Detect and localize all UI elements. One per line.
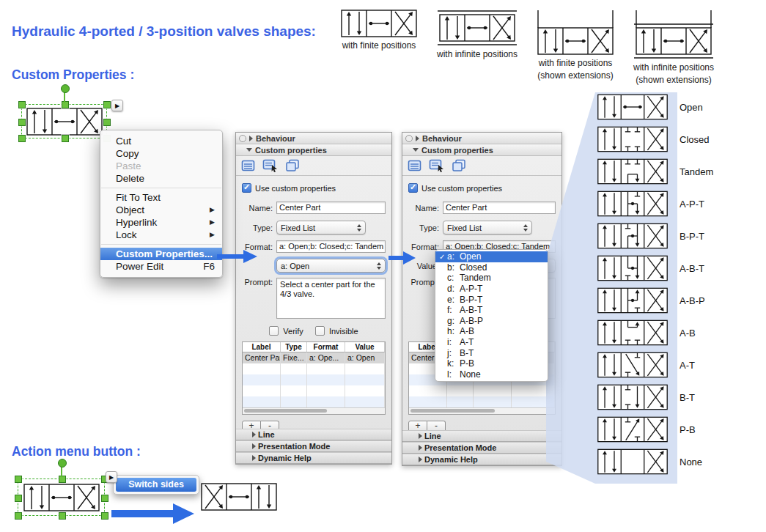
table-row-empty[interactable] bbox=[243, 385, 385, 396]
type-select[interactable]: Fixed List bbox=[443, 221, 532, 234]
table-cell[interactable] bbox=[345, 396, 385, 407]
checkbox-checked-icon[interactable] bbox=[408, 183, 418, 193]
table-row-empty[interactable] bbox=[409, 385, 555, 396]
properties-list-icon[interactable] bbox=[408, 160, 422, 172]
context-menu-item-lock[interactable]: Lock▶ bbox=[100, 229, 222, 241]
selection-handle[interactable] bbox=[103, 119, 111, 126]
table-cell[interactable] bbox=[512, 396, 555, 407]
table-cell[interactable] bbox=[474, 396, 512, 407]
table-cell[interactable] bbox=[474, 385, 512, 396]
table-hscrollbar[interactable] bbox=[243, 407, 385, 414]
table-cell[interactable]: Center Part bbox=[243, 352, 281, 363]
context-menu-item-hyperlink[interactable]: Hyperlink▶ bbox=[100, 216, 222, 229]
selection-handle[interactable] bbox=[15, 495, 22, 502]
context-menu-item-paste[interactable]: Paste bbox=[100, 160, 222, 172]
use-custom-properties-row[interactable]: Use custom properties bbox=[242, 183, 386, 193]
selection-handle[interactable] bbox=[103, 101, 111, 108]
behaviour-header[interactable]: Behaviour bbox=[402, 133, 561, 144]
table-header-cell[interactable]: Type bbox=[281, 342, 307, 352]
dropdown-option[interactable]: g:A-B-P bbox=[435, 316, 548, 327]
table-hscrollbar[interactable] bbox=[409, 407, 555, 414]
selected-valve-shape-2[interactable] bbox=[21, 481, 103, 514]
selection-handle[interactable] bbox=[59, 512, 66, 520]
action-menu-button[interactable]: ▶ bbox=[111, 100, 123, 111]
action-menu-button-2[interactable]: ▶ bbox=[106, 471, 117, 483]
table-cell[interactable] bbox=[447, 396, 474, 407]
selection-handle[interactable] bbox=[18, 135, 26, 142]
dropdown-option[interactable]: l:None bbox=[435, 369, 548, 380]
context-menu-item-delete[interactable]: Delete bbox=[100, 172, 222, 185]
dropdown-option[interactable]: h:A-B bbox=[435, 326, 548, 337]
selection-handle[interactable] bbox=[59, 476, 66, 483]
prompt-input[interactable]: Select a center part for the 4/3 valve. bbox=[276, 278, 386, 319]
checkbox-checked-icon[interactable] bbox=[242, 183, 251, 193]
custom-properties-header[interactable]: Custom properties bbox=[236, 144, 391, 156]
copy-properties-icon[interactable] bbox=[285, 159, 300, 172]
table-cell[interactable] bbox=[447, 385, 474, 396]
table-row[interactable]: Center PartFixe...a: Ope...a: Open bbox=[243, 352, 385, 363]
table-cell[interactable] bbox=[243, 363, 281, 374]
table-cell[interactable] bbox=[243, 374, 281, 385]
section-bar-dynamic-help[interactable]: Dynamic Help bbox=[236, 452, 391, 464]
section-bar-presentation-mode[interactable]: Presentation Mode bbox=[236, 440, 391, 452]
dropdown-option[interactable]: ✓a:Open bbox=[435, 251, 548, 262]
table-cell[interactable] bbox=[409, 396, 447, 407]
selection-handle[interactable] bbox=[18, 101, 26, 108]
scrollbar-thumb[interactable] bbox=[244, 409, 327, 413]
table-cell[interactable]: a: Open bbox=[345, 352, 385, 363]
context-menu-item-fit-to-text[interactable]: Fit To Text bbox=[100, 191, 222, 204]
section-bar-presentation-mode[interactable]: Presentation Mode bbox=[402, 442, 561, 454]
section-bar-dynamic-help[interactable]: Dynamic Help bbox=[402, 454, 561, 465]
properties-table[interactable]: LabelTypeFormatValueCenter PartFixe...a:… bbox=[242, 341, 386, 415]
name-input[interactable]: Center Part bbox=[443, 202, 556, 214]
table-cell[interactable] bbox=[512, 385, 555, 396]
dropdown-option[interactable]: d:A-P-T bbox=[435, 284, 548, 295]
table-cell[interactable] bbox=[243, 396, 281, 407]
edit-properties-icon[interactable] bbox=[429, 159, 445, 172]
selection-handle[interactable] bbox=[18, 119, 26, 126]
use-custom-properties-row[interactable]: Use custom properties bbox=[408, 183, 556, 193]
selection-handle[interactable] bbox=[101, 512, 108, 520]
dropdown-option[interactable]: i:A-T bbox=[435, 337, 548, 348]
selection-handle[interactable] bbox=[15, 512, 22, 520]
dropdown-option[interactable]: f:A-B-T bbox=[435, 305, 548, 316]
value-select[interactable]: a: Open bbox=[276, 259, 386, 273]
table-row-empty[interactable] bbox=[409, 396, 555, 407]
custom-properties-header[interactable]: Custom properties bbox=[402, 144, 561, 156]
context-menu-item-object[interactable]: Object▶ bbox=[100, 204, 222, 216]
selection-handle[interactable] bbox=[62, 135, 69, 142]
selected-valve-shape[interactable] bbox=[24, 107, 105, 136]
dropdown-option[interactable]: e:B-P-T bbox=[435, 294, 548, 305]
rotation-handle[interactable] bbox=[58, 459, 67, 468]
type-select[interactable]: Fixed List bbox=[276, 221, 366, 234]
rotation-handle[interactable] bbox=[61, 84, 70, 93]
table-header-cell[interactable]: Format bbox=[307, 342, 345, 352]
selection-handle[interactable] bbox=[101, 495, 108, 502]
name-input[interactable]: Center Part bbox=[276, 202, 386, 214]
table-row-empty[interactable] bbox=[243, 396, 385, 407]
section-bar-line[interactable]: Line bbox=[402, 430, 561, 442]
context-menu-item-copy[interactable]: Copy bbox=[100, 147, 222, 160]
format-input[interactable]: a: Open;b: Closed;c: Tandem bbox=[276, 240, 386, 253]
dropdown-option[interactable]: k:P-B bbox=[435, 358, 548, 369]
properties-list-icon[interactable] bbox=[241, 160, 256, 172]
dropdown-option[interactable]: c:Tandem bbox=[435, 273, 548, 284]
invisible-checkbox[interactable] bbox=[315, 326, 325, 336]
table-cell[interactable] bbox=[409, 385, 447, 396]
verify-checkbox[interactable] bbox=[269, 326, 279, 336]
table-cell[interactable] bbox=[281, 396, 307, 407]
dropdown-option[interactable]: b:Closed bbox=[435, 262, 548, 273]
scrollbar-thumb[interactable] bbox=[410, 409, 495, 413]
table-cell[interactable] bbox=[281, 363, 307, 374]
copy-properties-icon[interactable] bbox=[452, 159, 466, 172]
table-header-cell[interactable]: Value bbox=[345, 342, 385, 352]
table-header-cell[interactable]: Label bbox=[243, 342, 281, 352]
table-cell[interactable] bbox=[307, 374, 345, 385]
table-cell[interactable] bbox=[307, 385, 345, 396]
section-bar-line[interactable]: Line bbox=[236, 429, 391, 440]
table-cell[interactable] bbox=[281, 385, 307, 396]
table-cell[interactable] bbox=[307, 363, 345, 374]
table-cell[interactable] bbox=[307, 396, 345, 407]
dropdown-option[interactable]: j:B-T bbox=[435, 347, 548, 358]
table-cell[interactable] bbox=[345, 385, 385, 396]
